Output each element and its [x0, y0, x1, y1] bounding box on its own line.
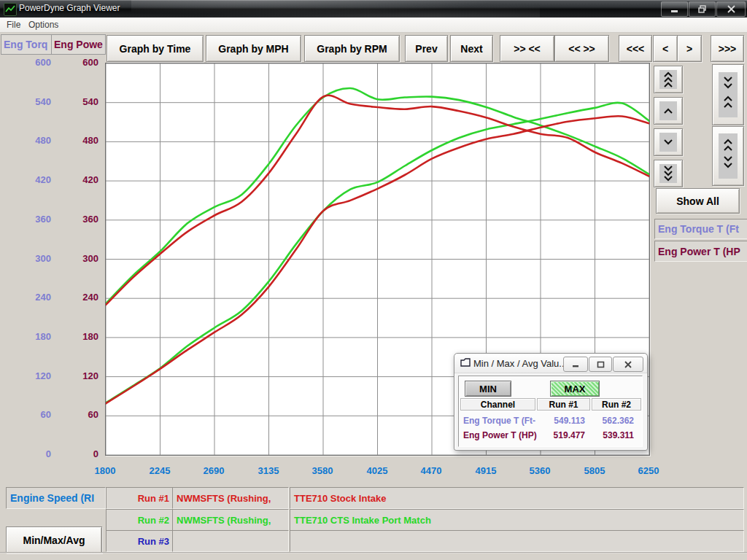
run1-operator-box[interactable]: NWMSFTS (Rushing,	[172, 487, 289, 509]
torque-tick: 540	[7, 96, 51, 108]
minmax-dialog-titlebar[interactable]: Min / Max / Avg Valu...	[454, 354, 647, 373]
dialog-row-power-channel: Eng Power T (HP)	[463, 429, 536, 441]
dialog-close-button[interactable]	[613, 357, 643, 372]
menu-file[interactable]: File	[7, 20, 20, 30]
power-tick: 240	[55, 292, 98, 303]
window-title: PowerDyne Graph Viewer	[19, 3, 120, 13]
channel-box-power[interactable]: Eng Power T (HP	[654, 241, 747, 262]
dialog-title: Min / Max / Avg Valu...	[473, 358, 567, 369]
x-tick: 3135	[243, 465, 294, 476]
menu-options[interactable]: Options	[28, 20, 58, 30]
scale-up-fast-button[interactable]	[654, 66, 683, 93]
torque-tick: 420	[7, 174, 51, 186]
power-axis-ticks: 600540480420360300240180120600	[55, 63, 98, 456]
triple-chevron-down-icon	[659, 164, 677, 183]
next-button[interactable]: Next	[450, 35, 493, 62]
max-toggle-button[interactable]: MAX	[550, 381, 600, 397]
graph-by-rpm-button[interactable]: Graph by RPM	[304, 35, 400, 62]
triple-chevron-up-icon	[659, 70, 677, 89]
power-tick: 60	[55, 409, 98, 421]
zoom-in-x-button[interactable]: >> <<	[500, 35, 554, 62]
x-tick: 3580	[297, 465, 348, 476]
run1-desc-box[interactable]: TTE710 Stock Intake	[290, 487, 744, 509]
run2-desc-box[interactable]: TTE710 CTS Intake Port Match	[290, 509, 744, 531]
tab-eng-torque[interactable]: Eng Torq	[1, 34, 53, 55]
dialog-maximize-button[interactable]	[589, 357, 612, 372]
torque-tick: 360	[7, 214, 51, 225]
x-tick: 2690	[188, 465, 239, 476]
x-tick: 5805	[569, 465, 620, 476]
dialog-row-power-run2: 539.311	[592, 429, 634, 441]
chevrons-outward-icon	[719, 133, 738, 179]
power-tick: 540	[55, 96, 98, 108]
scale-down-button[interactable]	[654, 128, 683, 156]
torque-tick: 120	[7, 370, 51, 382]
collapse-scale-button[interactable]	[712, 64, 744, 125]
x-tick: 6250	[623, 465, 674, 476]
minmax-dialog: Min / Max / Avg Valu... MIN MAX Channel …	[454, 353, 648, 451]
dialog-header-channel[interactable]: Channel	[460, 398, 535, 411]
tab-eng-power[interactable]: Eng Powe	[51, 34, 106, 55]
dialog-row-torque-run1: 549.113	[537, 415, 585, 427]
scroll-far-left-button[interactable]: <<<	[619, 35, 652, 62]
torque-tick: 480	[7, 135, 51, 147]
torque-tick: 240	[7, 292, 51, 303]
close-button[interactable]	[716, 1, 746, 17]
power-tick: 120	[55, 370, 98, 382]
restore-button[interactable]	[689, 1, 716, 17]
torque-axis-ticks: 600540480420360300240180120600	[7, 63, 51, 456]
run2-label-box[interactable]: Run #2	[106, 509, 174, 531]
zoom-out-x-button[interactable]: << >>	[554, 35, 609, 62]
power-tick: 600	[55, 57, 98, 69]
scale-up-button[interactable]	[654, 97, 683, 125]
torque-tick: 0	[7, 448, 51, 460]
power-tick: 480	[55, 135, 98, 147]
x-channel-box[interactable]: Engine Speed (RI	[6, 487, 106, 509]
chevron-up-icon	[659, 101, 677, 120]
scale-down-fast-button[interactable]	[654, 160, 683, 187]
dialog-icon	[460, 358, 471, 368]
torque-tick: 60	[7, 409, 51, 421]
scroll-far-right-button[interactable]: >>>	[711, 35, 744, 62]
x-tick: 1800	[80, 465, 131, 476]
power-tick: 0	[55, 448, 98, 460]
dialog-header-run1[interactable]: Run #1	[537, 398, 590, 411]
run3-label-box[interactable]: Run #3	[106, 530, 174, 552]
torque-tick: 300	[7, 253, 51, 265]
scroll-right-button[interactable]: >	[677, 35, 702, 62]
run3-operator-box[interactable]	[172, 530, 289, 552]
prev-button[interactable]: Prev	[405, 35, 448, 62]
min-toggle-button[interactable]: MIN	[465, 381, 511, 397]
dialog-header-run2[interactable]: Run #2	[592, 398, 641, 411]
show-all-button[interactable]: Show All	[656, 188, 740, 214]
min-max-avg-button[interactable]: Min/Max/Avg	[6, 526, 102, 553]
expand-scale-button[interactable]	[712, 126, 744, 186]
window-bottom-edge	[0, 552, 747, 553]
torque-tick: 180	[7, 331, 51, 343]
title-bar: PowerDyne Graph Viewer	[0, 0, 747, 18]
power-tick: 420	[55, 174, 98, 186]
titlebar-gloss	[131, 0, 540, 18]
app-window: PowerDyne Graph Viewer File Options Eng …	[0, 0, 747, 560]
torque-tick: 600	[7, 57, 51, 69]
chevron-down-icon	[659, 133, 677, 152]
dialog-minimize-button[interactable]	[563, 357, 588, 372]
x-axis-ticks: 1800224526903135358040254470491553605805…	[105, 465, 650, 478]
scroll-left-button[interactable]: <	[653, 35, 678, 62]
graph-by-mph-button[interactable]: Graph by MPH	[206, 35, 301, 62]
x-tick: 4915	[460, 465, 511, 476]
dialog-row-torque-run2: 562.362	[592, 415, 634, 427]
graph-by-time-button[interactable]: Graph by Time	[107, 35, 204, 62]
power-tick: 360	[55, 214, 98, 225]
dialog-row-torque-channel: Eng Torque T (Ft-	[463, 415, 536, 427]
menu-bar: File Options	[0, 18, 747, 33]
app-icon	[4, 3, 17, 16]
run2-operator-box[interactable]: NWMSFTS (Rushing,	[172, 509, 289, 531]
run3-desc-box[interactable]	[290, 530, 744, 552]
x-tick: 5360	[514, 465, 565, 476]
x-tick: 4470	[406, 465, 457, 476]
power-tick: 300	[55, 253, 98, 265]
channel-box-torque[interactable]: Eng Torque T (Ft	[654, 219, 747, 239]
minimize-button[interactable]	[661, 1, 688, 17]
run1-label-box[interactable]: Run #1	[106, 487, 174, 509]
